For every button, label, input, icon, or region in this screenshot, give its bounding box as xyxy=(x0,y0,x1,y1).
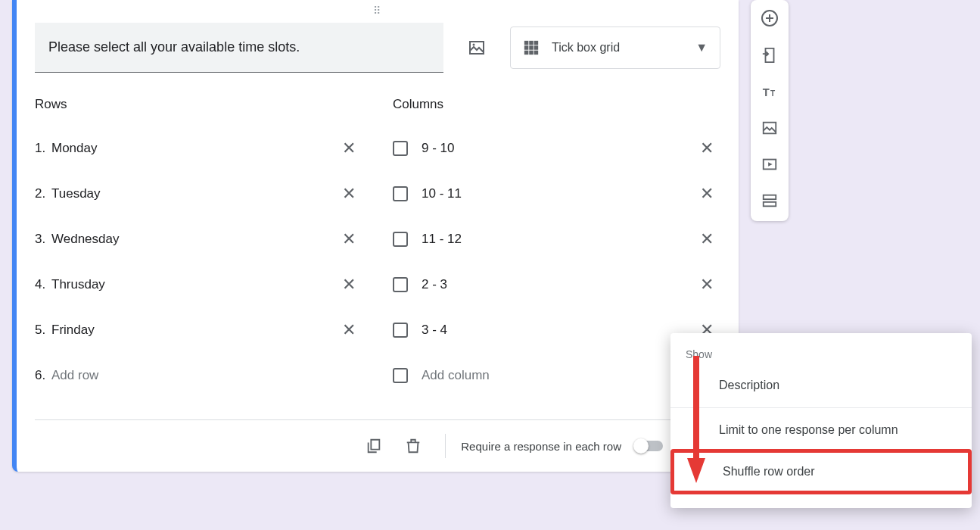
duplicate-button[interactable] xyxy=(357,429,390,463)
menu-item-description[interactable]: Description xyxy=(670,366,972,404)
checkbox-icon xyxy=(393,323,408,338)
svg-rect-8 xyxy=(529,51,534,55)
checkbox-icon xyxy=(393,232,408,247)
row-item[interactable]: 1.Monday✕ xyxy=(35,126,362,171)
remove-row-icon[interactable]: ✕ xyxy=(335,271,362,298)
menu-divider xyxy=(670,407,972,408)
chevron-down-icon: ▼ xyxy=(695,41,708,55)
require-response-toggle[interactable] xyxy=(635,441,663,451)
remove-row-icon[interactable]: ✕ xyxy=(335,226,362,253)
rows-column: Rows 1.Monday✕ 2.Tuesday✕ 3.Wednesday✕ 4… xyxy=(35,97,362,398)
remove-column-icon[interactable]: ✕ xyxy=(693,271,720,298)
svg-rect-6 xyxy=(534,45,539,50)
svg-rect-18 xyxy=(764,195,776,200)
svg-rect-2 xyxy=(529,41,534,45)
import-questions-button[interactable] xyxy=(761,47,778,67)
question-header-row: Tick box grid ▼ xyxy=(35,23,720,73)
delete-button[interactable] xyxy=(397,429,430,463)
separator xyxy=(445,434,446,458)
remove-column-icon[interactable]: ✕ xyxy=(693,226,720,253)
require-response-label: Require a response in each row xyxy=(461,440,621,453)
tick-box-grid-icon xyxy=(523,39,540,56)
add-video-button[interactable] xyxy=(761,156,778,176)
options-menu: Show Description Limit to one response p… xyxy=(670,333,972,508)
svg-rect-19 xyxy=(764,202,776,207)
rows-heading: Rows xyxy=(35,97,362,112)
svg-text:T: T xyxy=(763,86,770,98)
column-item[interactable]: 11 - 12✕ xyxy=(393,217,720,262)
video-icon xyxy=(761,156,778,173)
drag-handle-icon[interactable]: ⠿ xyxy=(373,5,382,17)
checkbox-icon xyxy=(393,277,408,292)
svg-text:T: T xyxy=(770,89,776,98)
row-item[interactable]: 2.Tuesday✕ xyxy=(35,171,362,217)
add-image-button[interactable] xyxy=(761,120,778,139)
question-type-select[interactable]: Tick box grid ▼ xyxy=(510,26,720,69)
question-title-input[interactable] xyxy=(35,23,443,73)
rows-columns-container: Rows 1.Monday✕ 2.Tuesday✕ 3.Wednesday✕ 4… xyxy=(35,97,720,398)
remove-column-icon[interactable]: ✕ xyxy=(693,180,720,207)
checkbox-icon xyxy=(393,368,408,383)
card-footer: Require a response in each row xyxy=(17,420,739,472)
columns-heading: Columns xyxy=(393,97,720,112)
column-item[interactable]: 10 - 11✕ xyxy=(393,171,720,217)
svg-rect-7 xyxy=(524,51,529,55)
plus-circle-icon xyxy=(761,9,779,27)
import-icon xyxy=(761,47,778,64)
add-question-button[interactable] xyxy=(761,9,779,30)
svg-point-0 xyxy=(473,44,475,46)
question-type-label: Tick box grid xyxy=(552,41,683,55)
text-icon: TT xyxy=(761,83,778,100)
question-card: ⠿ Tick box grid ▼ Rows 1.Monday✕ 2.Tuesd… xyxy=(12,0,739,472)
section-icon xyxy=(761,192,778,209)
add-image-button[interactable] xyxy=(459,30,495,66)
image-icon xyxy=(468,39,486,57)
add-row-button[interactable]: 6.Add row xyxy=(35,353,362,398)
floating-toolbar: TT xyxy=(751,0,789,221)
remove-row-icon[interactable]: ✕ xyxy=(335,180,362,207)
column-item[interactable]: 2 - 3✕ xyxy=(393,262,720,307)
remove-row-icon[interactable]: ✕ xyxy=(335,135,362,162)
checkbox-icon xyxy=(393,141,408,156)
menu-item-shuffle[interactable]: Shuffle row order xyxy=(670,449,972,494)
row-item[interactable]: 5.Frinday✕ xyxy=(35,307,362,353)
svg-rect-5 xyxy=(529,45,534,50)
remove-column-icon[interactable]: ✕ xyxy=(693,135,720,162)
menu-section-label: Show xyxy=(670,344,972,366)
image-icon xyxy=(761,120,778,136)
row-item[interactable]: 3.Wednesday✕ xyxy=(35,217,362,262)
menu-item-limit[interactable]: Limit to one response per column xyxy=(670,411,972,449)
remove-row-icon[interactable]: ✕ xyxy=(335,316,362,344)
svg-rect-3 xyxy=(534,41,539,45)
checkbox-icon xyxy=(393,186,408,201)
trash-icon xyxy=(405,438,422,454)
column-item[interactable]: 9 - 10✕ xyxy=(393,126,720,171)
row-item[interactable]: 4.Thrusday✕ xyxy=(35,262,362,307)
svg-rect-9 xyxy=(534,51,539,55)
add-section-button[interactable] xyxy=(761,192,778,212)
svg-rect-4 xyxy=(524,45,529,50)
add-title-button[interactable]: TT xyxy=(761,83,778,103)
svg-rect-1 xyxy=(524,41,529,45)
copy-icon xyxy=(366,438,382,454)
